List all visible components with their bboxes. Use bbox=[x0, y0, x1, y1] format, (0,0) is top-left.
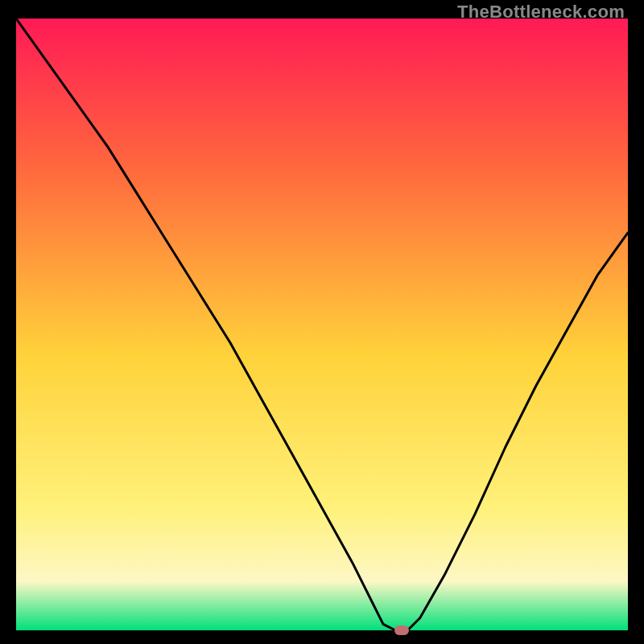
gradient-background bbox=[16, 19, 628, 630]
optimum-marker bbox=[394, 625, 409, 635]
chart-frame: TheBottleneck.com bbox=[0, 0, 644, 644]
bottleneck-chart bbox=[16, 19, 628, 630]
